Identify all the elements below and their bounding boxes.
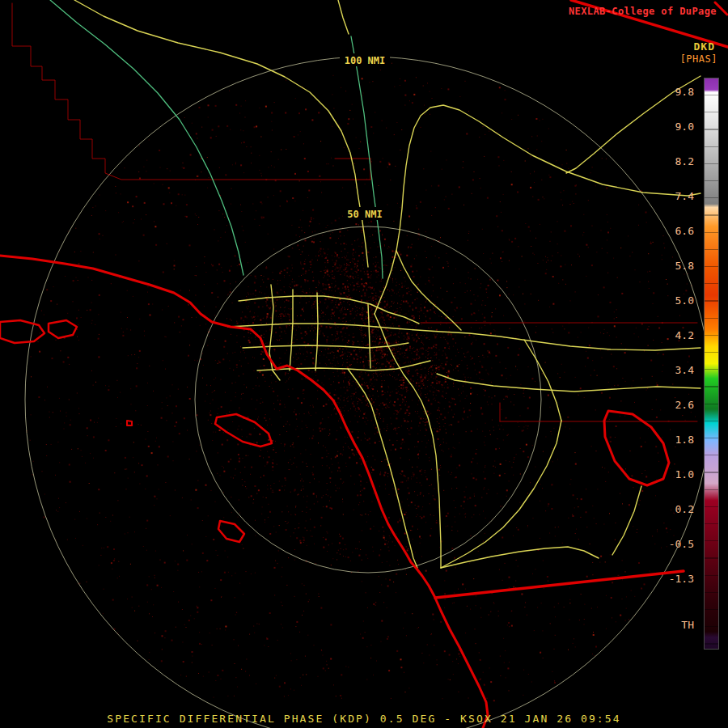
range-rings [25,57,711,728]
secondary-highways [50,0,383,278]
colorbar-tick-label: 1.8 [675,434,694,446]
ring-labels: 100 NMI 50 NMI [340,53,390,220]
colorbar-tick-label: -1.3 [669,574,694,585]
coastline-borders [0,0,728,728]
colorbar [704,78,719,650]
radar-map: 100 NMI 50 NMI [0,0,728,728]
radar-screen: 100 NMI 50 NMI NEXLAB-College of DuPage … [0,0,728,728]
colorbar-tick-label: 3.4 [675,365,694,376]
colorbar-tick-label: 5.0 [675,295,694,307]
colorbar-tick-label: 5.8 [675,260,694,272]
colorbar-tick-label: 7.4 [675,191,694,202]
colorbar-gradient [705,78,718,649]
colorbar-threshold-label: TH [681,620,694,631]
product-caption: SPECIFIC DIFFERENTIAL PHASE (KDP) 0.5 DE… [0,713,728,725]
colorbar-tick-label: 1.0 [675,469,694,480]
colorbar-tick-label: 9.0 [675,121,694,133]
colorbar-tick-label: 2.6 [675,400,694,411]
colorbar-tick-label: 9.8 [675,87,694,98]
colorbar-tick-label: 8.2 [675,156,694,167]
colorbar-tick-label: 6.6 [675,226,694,237]
colorbar-tick-label: 4.2 [675,330,694,341]
ring-label-50nmi: 50 NMI [347,209,382,220]
colorbar-tick-label: -0.5 [669,539,694,550]
colorbar-tick-labels: 9.89.08.27.46.65.85.04.23.42.61.81.00.2-… [662,0,699,728]
colorbar-tick-label: 0.2 [675,504,694,515]
ring-label-100nmi: 100 NMI [345,55,386,66]
highways [74,0,700,568]
